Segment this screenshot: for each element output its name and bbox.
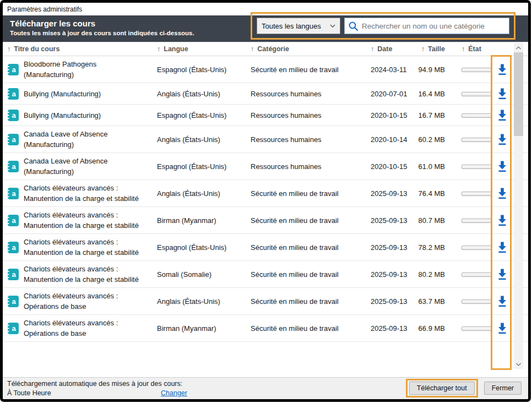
course-date: 2025-09-13 <box>371 242 413 253</box>
progress-bar <box>462 326 492 331</box>
download-button[interactable] <box>495 86 510 101</box>
course-category: Sécurité en milieu de travail <box>251 242 371 253</box>
scrollbar-thumb[interactable] <box>514 52 523 136</box>
download-button[interactable] <box>495 239 510 255</box>
language-filter-value: Toutes les langues <box>262 22 321 30</box>
course-language: Somali (Somalie) <box>157 269 251 280</box>
svg-text:a: a <box>12 243 16 252</box>
sort-ascending-icon: ↑ <box>7 45 10 53</box>
svg-text:a: a <box>12 270 16 279</box>
course-title: Chariots élévateurs avancés : Opérations… <box>24 291 157 312</box>
download-icon <box>496 87 509 100</box>
course-title: Chariots élévateurs avancés : Manutentio… <box>24 237 157 258</box>
course-size: 63.7 MB <box>413 296 445 307</box>
download-button[interactable] <box>495 62 510 77</box>
course-category: Sécurité en milieu de travail <box>251 323 371 334</box>
sort-ascending-icon: ↑ <box>157 45 160 53</box>
auto-download-label: Téléchargement automatique des mises à j… <box>7 380 182 388</box>
footer-bar: Téléchargement automatique des mises à j… <box>3 377 528 399</box>
course-language: Anglais (États-Unis) <box>157 188 251 199</box>
column-header-category[interactable]: ↑Catégorie <box>251 45 371 53</box>
course-category: Sécurité en milieu de travail <box>251 296 371 307</box>
course-title: Canada Leave of Absence (Manufacturing) <box>24 156 157 177</box>
progress-bar <box>462 138 492 142</box>
course-date: 2025-09-13 <box>371 188 413 199</box>
svg-text:a: a <box>12 162 16 171</box>
course-size: 80.2 MB <box>413 269 445 280</box>
search-input[interactable] <box>362 22 506 30</box>
column-header-size[interactable]: ↑Taille <box>413 45 445 53</box>
course-title: Bullying (Manufacturing) <box>24 110 157 121</box>
course-size: 16.4 MB <box>413 89 445 99</box>
download-button[interactable] <box>495 107 510 123</box>
course-category: Sécurité en milieu de travail <box>251 64 371 75</box>
table-row: a Bullying (Manufacturing) Anglais (État… <box>3 83 528 105</box>
course-title: Bullying (Manufacturing) <box>24 89 157 99</box>
course-title: Chariots élévateurs avancés : Manutentio… <box>24 210 157 231</box>
svg-text:a: a <box>12 297 16 306</box>
course-title: Chariots élévateurs avancés : Manutentio… <box>24 264 157 285</box>
table-row: a Canada Leave of Absence (Manufacturing… <box>3 153 528 180</box>
close-button[interactable]: Fermer <box>484 382 522 395</box>
column-header-date[interactable]: ↑Date <box>371 45 413 53</box>
course-size: 76.4 MB <box>413 188 445 199</box>
download-icon <box>496 241 509 254</box>
course-language: Anglais (États-Unis) <box>157 89 251 99</box>
column-header-state[interactable]: ↑État <box>445 45 492 53</box>
course-title: Chariots élévateurs avancés : Manutentio… <box>24 183 157 204</box>
svg-text:a: a <box>12 216 16 225</box>
course-date: 2020-10-14 <box>371 134 413 145</box>
column-header-language[interactable]: ↑Langue <box>157 45 251 53</box>
download-icon <box>496 322 509 335</box>
column-header-title[interactable]: ↑Titre du cours <box>7 45 157 53</box>
scrollbar-down-icon[interactable] <box>514 360 523 369</box>
table-header: ↑Titre du cours ↑Langue ↑Catégorie ↑Date… <box>3 42 528 56</box>
download-icon <box>496 295 509 308</box>
download-button[interactable] <box>495 266 510 282</box>
table-row: a Chariots élévateurs avancés : Manutent… <box>3 180 528 207</box>
svg-text:a: a <box>12 324 16 333</box>
course-language: Espagnol (États-Unis) <box>157 110 251 121</box>
download-button[interactable] <box>495 186 510 201</box>
course-size: 61.0 MB <box>413 161 445 172</box>
progress-bar <box>462 92 492 96</box>
vertical-scrollbar[interactable] <box>514 43 523 369</box>
course-icon: a <box>7 188 24 199</box>
svg-text:a: a <box>12 189 16 198</box>
download-all-button[interactable]: Télécharger tout <box>409 382 475 395</box>
course-date: 2020-07-01 <box>371 89 413 99</box>
course-icon: a <box>7 110 24 121</box>
window-title: Paramètres administratifs <box>7 6 82 13</box>
table-row: a Chariots élévateurs avancés : Opératio… <box>3 315 528 342</box>
course-language: Anglais (États-Unis) <box>157 134 251 145</box>
course-category: Sécurité en milieu de travail <box>251 215 371 226</box>
course-language: Birman (Myanmar) <box>157 323 251 334</box>
admin-settings-window: Paramètres administratifs Télécharger le… <box>0 0 531 402</box>
sort-ascending-icon: ↑ <box>371 45 374 53</box>
search-box[interactable] <box>344 18 509 34</box>
language-filter-dropdown[interactable]: Toutes les langues <box>257 18 340 34</box>
progress-bar <box>462 273 492 277</box>
download-button[interactable] <box>495 132 510 147</box>
course-language: Espagnol (États-Unis) <box>157 161 251 172</box>
download-button[interactable] <box>495 293 510 309</box>
download-button[interactable] <box>495 213 510 228</box>
download-button[interactable] <box>495 159 510 174</box>
table-row: a Bloodborne Pathogens (Manufacturing) E… <box>3 56 528 83</box>
course-size: 78.2 MB <box>413 242 445 253</box>
change-link[interactable]: Changer <box>161 389 187 397</box>
table-row: a Bullying (Manufacturing) Espagnol (Éta… <box>3 105 528 126</box>
download-button[interactable] <box>495 320 510 336</box>
download-icon <box>496 133 509 146</box>
course-size: 16.7 MB <box>413 110 445 121</box>
svg-text:a: a <box>12 135 16 144</box>
scrollbar-up-icon[interactable] <box>514 43 523 52</box>
table-row: a Chariots élévateurs avancés : Manutent… <box>3 261 528 288</box>
download-icon <box>496 268 509 281</box>
progress-bar <box>462 219 492 223</box>
course-size: 60.2 MB <box>413 134 445 145</box>
course-language: Espagnol (États-Unis) <box>157 64 251 75</box>
course-language: Birman (Myanmar) <box>157 215 251 226</box>
course-date: 2025-09-13 <box>371 296 413 307</box>
course-size: 80.7 MB <box>413 215 445 226</box>
